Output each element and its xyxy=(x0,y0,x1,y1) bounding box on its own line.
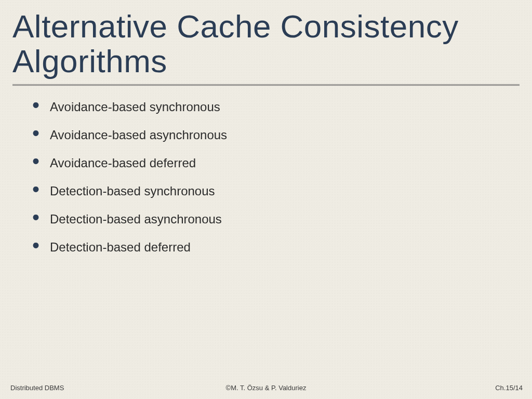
slide-footer: Distributed DBMS ©M. T. Özsu & P. Valdur… xyxy=(0,381,532,392)
footer-center: ©M. T. Özsu & P. Valduriez xyxy=(226,384,307,392)
list-item: Detection-based synchronous xyxy=(35,183,520,199)
title-divider xyxy=(12,84,520,88)
footer-right: Ch.15/14 xyxy=(495,384,523,392)
list-item: Avoidance-based synchronous xyxy=(35,99,520,115)
list-item: Detection-based deferred xyxy=(35,240,520,255)
list-item: Avoidance-based asynchronous xyxy=(35,127,520,143)
slide: Alternative Cache Consistency Algorithms… xyxy=(0,0,532,399)
bullet-list: Avoidance-based synchronous Avoidance-ba… xyxy=(35,99,520,255)
list-item: Avoidance-based deferred xyxy=(35,155,520,171)
slide-title: Alternative Cache Consistency Algorithms xyxy=(12,9,520,79)
list-item: Detection-based asynchronous xyxy=(35,211,520,227)
footer-left: Distributed DBMS xyxy=(10,384,64,392)
